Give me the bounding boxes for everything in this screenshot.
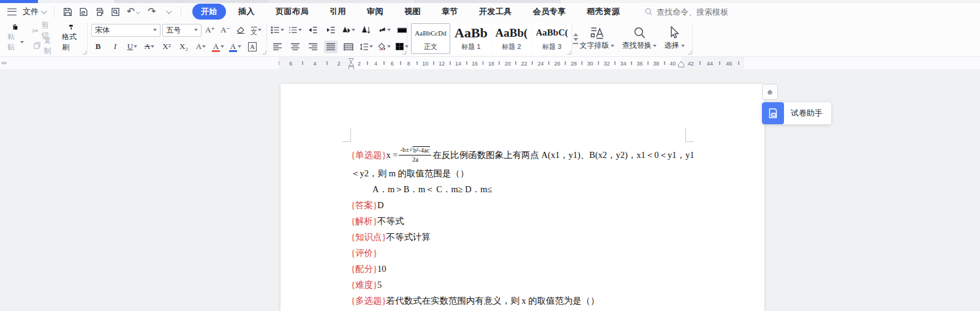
ribbon-tab-章节[interactable]: 章节: [433, 4, 467, 20]
scissors-icon: ✂: [32, 26, 39, 36]
margin-corner-mark-right: [685, 129, 694, 142]
superscript-button[interactable]: X²: [160, 40, 173, 53]
print-preview-button[interactable]: [107, 4, 123, 19]
style-card-正文[interactable]: AaBbCcDd正文: [411, 23, 450, 54]
highlight-button[interactable]: A: [211, 40, 225, 53]
find-replace-button[interactable]: 查找替换: [618, 24, 660, 52]
redo-button[interactable]: ↷: [144, 4, 160, 19]
line-spacing-button[interactable]: [360, 40, 373, 53]
field-tag: {解析}: [351, 216, 377, 226]
text-tool-icon: [342, 26, 351, 34]
strikethrough-button[interactable]: A: [143, 40, 156, 53]
file-menu[interactable]: 文件: [19, 4, 49, 19]
numbered-list-button[interactable]: [288, 24, 302, 37]
vertical-ruler-toggle[interactable]: [1, 62, 7, 64]
font-color-button[interactable]: A: [228, 40, 242, 53]
justify-button[interactable]: [324, 40, 337, 53]
style-label: 标题 2: [502, 42, 521, 51]
align-center-icon: [290, 43, 300, 51]
ribbon-tab-稻壳资源[interactable]: 稻壳资源: [578, 4, 628, 20]
export-button[interactable]: [75, 4, 91, 19]
sort-button[interactable]: [360, 24, 373, 37]
svg-text:100: 100: [772, 113, 776, 116]
font-name-select[interactable]: 宋体: [91, 24, 160, 37]
show-marks-button[interactable]: [377, 24, 391, 37]
align-center-button[interactable]: [288, 40, 302, 53]
paste-button[interactable]: 粘贴: [4, 23, 28, 54]
undo-button[interactable]: ↶: [123, 4, 144, 19]
chevron-down-icon: [221, 45, 224, 48]
sort-icon: [361, 26, 371, 34]
command-search-input[interactable]: [657, 7, 748, 17]
shrink-font-button[interactable]: A⁻: [219, 24, 232, 37]
save-button[interactable]: [59, 4, 75, 19]
pinyin-guide-button[interactable]: wén 文: [249, 24, 263, 37]
horizontal-ruler[interactable]: 6422468101214161820222426283032343638404…: [279, 57, 744, 69]
select-button[interactable]: 选择: [661, 24, 688, 52]
command-search[interactable]: [644, 7, 748, 17]
print-button[interactable]: [91, 4, 107, 19]
math-formula: -b±√b²-4ac2a: [399, 146, 431, 163]
text-tool-button[interactable]: [342, 24, 355, 37]
doc-line[interactable]: {评价}: [351, 245, 694, 261]
tab-settings-button[interactable]: [395, 24, 409, 37]
borders-button[interactable]: [395, 40, 409, 53]
doc-line[interactable]: A．m＞B．m＜ C．m≥ D．m≤: [351, 181, 694, 197]
ribbon-tab-审阅[interactable]: 审阅: [358, 4, 392, 20]
select-cursor-icon: [668, 26, 681, 39]
exam-assistant-button[interactable]: 100 试卷助手: [762, 102, 831, 124]
shading-button[interactable]: [377, 40, 391, 53]
ribbon-tab-视图[interactable]: 视图: [396, 4, 429, 20]
ribbon-toolbar: 粘贴 ✂ 剪切 复制 格式刷 宋体 五号 A⁺ A⁻: [0, 20, 980, 57]
ribbon-tab-会员专享[interactable]: 会员专享: [524, 4, 575, 20]
distribute-button[interactable]: [342, 40, 355, 53]
subscript-button[interactable]: X₂: [177, 40, 190, 53]
quick-access-more-button[interactable]: [160, 4, 176, 19]
style-label: 标题 3: [542, 42, 561, 51]
character-border-button[interactable]: A: [246, 40, 259, 53]
ribbon-tab-引用[interactable]: 引用: [321, 4, 355, 20]
search-icon: [644, 7, 653, 16]
doc-line[interactable]: {解析}不等式: [351, 213, 694, 229]
grow-font-button[interactable]: A⁺: [203, 24, 217, 37]
style-card-标题 1[interactable]: AaBb标题 1: [451, 23, 491, 54]
doc-line[interactable]: {知识点}不等式计算: [351, 229, 694, 245]
ribbon-tab-插入[interactable]: 插入: [230, 4, 263, 20]
doc-line[interactable]: {配分}10: [351, 261, 694, 277]
align-right-button[interactable]: [306, 40, 320, 53]
doc-line[interactable]: {难度}5: [351, 277, 694, 293]
distribute-icon: [344, 43, 353, 51]
style-card-标题 3[interactable]: AaBbC(标题 3: [532, 23, 571, 54]
doc-line[interactable]: {多选题}若代数式在实数范围内有意义，则 x 的取值范为是（）: [351, 293, 694, 309]
font-size-select[interactable]: 五号: [162, 24, 202, 37]
align-left-button[interactable]: [271, 40, 284, 53]
formula-lhs: x =: [386, 144, 398, 165]
doc-line[interactable]: {答案}D: [351, 197, 694, 213]
line-spacing-icon: [360, 43, 369, 51]
print-preview-icon: [110, 7, 121, 17]
doc-line-text: 在反比例函数图象上有两点 A(x1，y1)、B(x2，y2)，x1＜0＜y1，y…: [432, 144, 694, 165]
document-page[interactable]: {单选题}x = -b±√b²-4ac2a在反比例函数图象上有两点 A(x1，y…: [281, 84, 764, 311]
doc-line-text: 5: [377, 280, 382, 290]
decrease-indent-button[interactable]: [306, 24, 320, 37]
clear-format-button[interactable]: [234, 24, 247, 37]
hamburger-menu-icon[interactable]: [7, 9, 17, 15]
paragraph-group: [267, 20, 407, 56]
style-card-标题 2[interactable]: AaBb(标题 2: [492, 23, 531, 54]
italic-button[interactable]: I: [108, 40, 122, 53]
doc-line[interactable]: {单选题}x = -b±√b²-4ac2a在反比例函数图象上有两点 A(x1，y…: [351, 144, 694, 165]
bold-button[interactable]: B: [91, 40, 105, 53]
ribbon-tab-开始[interactable]: 开始: [192, 4, 226, 20]
doc-line[interactable]: ＜y2，则 m 的取值范围是（）: [351, 165, 694, 181]
ribbon-tab-开发工具[interactable]: 开发工具: [470, 4, 521, 20]
increase-indent-button[interactable]: [324, 24, 337, 37]
ribbon-tab-页面布局[interactable]: 页面布局: [267, 4, 317, 20]
field-tag: {答案}: [351, 200, 377, 210]
text-effect-button[interactable]: A: [194, 40, 208, 53]
text-layout-button[interactable]: 文字排版: [576, 24, 618, 52]
underline-button[interactable]: U: [126, 40, 139, 53]
bullet-list-button[interactable]: [271, 24, 284, 37]
format-painter-button[interactable]: 格式刷: [58, 23, 83, 54]
panel-collapse-button[interactable]: [762, 84, 778, 100]
copy-button[interactable]: 复制: [30, 40, 56, 53]
